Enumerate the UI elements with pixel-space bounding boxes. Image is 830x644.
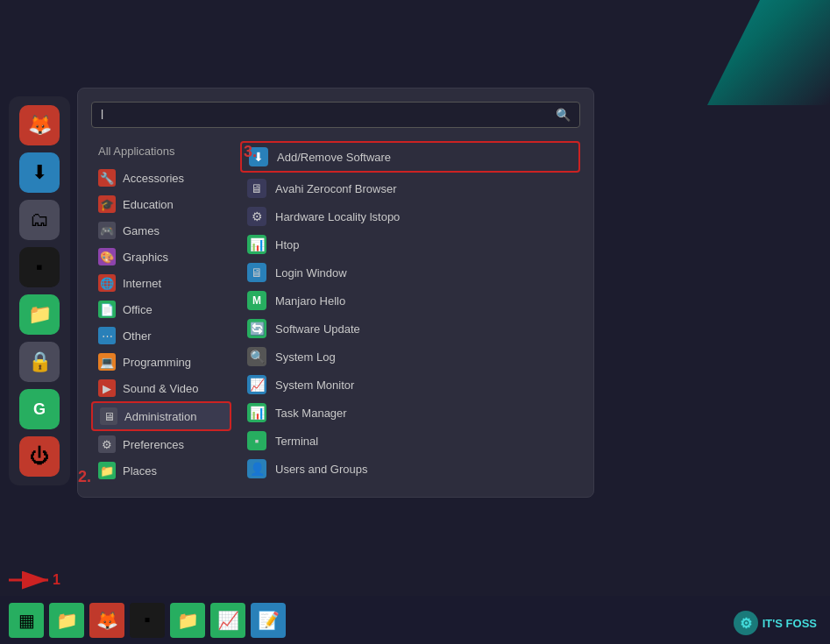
app-add-remove[interactable]: ⬇ Add/Remove Software [240,141,580,173]
dock-terminal-icon[interactable]: ▪ [19,247,60,287]
system-monitor-label: System Monitor [275,379,354,392]
app-manjaro-hello[interactable]: M Manjaro Hello [240,287,580,315]
category-games[interactable]: 🎮 Games [91,217,231,244]
brand-logo: ⚙ IT'S FOSS [734,611,817,635]
app-htop[interactable]: 📊 Htop [240,230,580,258]
users-groups-icon: 👤 [247,459,266,478]
system-log-icon: 🔍 [247,347,266,366]
dock-firefox-icon[interactable]: 🦊 [19,105,60,145]
taskbar-firefox-icon[interactable]: 🦊 [89,603,124,638]
games-icon: 🎮 [98,222,116,239]
category-internet[interactable]: 🌐 Internet [91,270,231,296]
app-login-window[interactable]: 🖥 Login Window [240,258,580,287]
category-graphics[interactable]: 🎨 Graphics [91,244,231,270]
system-log-label: System Log [275,350,336,364]
software-update-label: Software Update [275,322,360,336]
app-system-monitor[interactable]: 📈 System Monitor [240,371,580,399]
app-system-log[interactable]: 🔍 System Log [240,343,580,371]
app-software-update[interactable]: 🔄 Software Update [240,315,580,343]
administration-icon: 🖥 [100,407,117,425]
taskbar-folder-icon[interactable]: 📁 [170,603,205,638]
accessories-label: Accessories [123,172,184,185]
category-preferences[interactable]: ⚙ Preferences [91,431,231,457]
programming-icon: 💻 [98,353,116,371]
category-sound-video[interactable]: ▶ Sound & Video [91,375,231,401]
internet-label: Internet [123,277,161,290]
menu-columns: All Applications 🔧 Accessories 🎓 Educati… [91,141,580,484]
avahi-icon: 🖥 [247,179,266,198]
dock-power-icon[interactable]: ⏻ [19,436,60,477]
dock-lock-icon[interactable]: 🔒 [19,342,60,382]
dock-filemanager-icon[interactable]: 🗂 [19,200,60,240]
step1-label: 1 [53,572,60,588]
users-groups-label: Users and Groups [275,463,368,476]
step2-label: 2. [78,468,91,486]
brand-name: IT'S FOSS [763,617,817,630]
manjaro-hello-icon: M [247,291,266,310]
dock-grammarly-icon[interactable]: G [19,389,60,429]
hardware-icon: ⚙ [247,207,266,226]
htop-icon: 📊 [247,235,266,254]
sidebar-dock: 🦊 ⬇ 🗂 ▪ 📁 🔒 G ⏻ [9,96,70,485]
category-other[interactable]: ⋯ Other [91,322,231,349]
taskbar: ▦ 📁 🦊 ▪ 📁 📈 📝 [0,596,830,644]
app-hardware[interactable]: ⚙ Hardware Locality lstopo [240,202,580,230]
sound-video-icon: ▶ [98,379,116,397]
apps-column: ⬇ Add/Remove Software 🖥 Avahi Zeroconf B… [240,141,580,484]
app-avahi[interactable]: 🖥 Avahi Zeroconf Browser [240,174,580,202]
app-menu: 🔍 All Applications 🔧 Accessories 🎓 Educa… [77,88,594,498]
dock-download-icon[interactable]: ⬇ [19,152,60,193]
brand-gear-icon: ⚙ [734,611,758,635]
preferences-label: Preferences [123,438,184,451]
category-places[interactable]: 📁 Places [91,457,231,484]
taskbar-notes-icon[interactable]: 📝 [251,603,286,638]
step1-arrow [4,567,57,593]
manjaro-hello-label: Manjaro Hello [275,294,345,308]
search-input[interactable] [101,108,556,122]
category-accessories[interactable]: 🔧 Accessories [91,165,231,191]
taskbar-files-icon[interactable]: 📁 [49,603,84,638]
graphics-icon: 🎨 [98,248,116,265]
add-remove-label: Add/Remove Software [277,151,391,164]
sound-video-label: Sound & Video [123,382,199,395]
step1-annotation: 1 [4,567,60,593]
programming-label: Programming [123,356,191,369]
search-bar[interactable]: 🔍 [91,102,580,128]
hardware-label: Hardware Locality lstopo [275,210,400,223]
category-office[interactable]: 📄 Office [91,296,231,322]
dock-folder-icon[interactable]: 📁 [19,294,60,335]
taskbar-menu-icon[interactable]: ▦ [9,603,44,638]
preferences-icon: ⚙ [98,435,116,453]
administration-label: Administration [124,410,196,423]
app-terminal[interactable]: ▪ Terminal [240,427,580,455]
accessories-icon: 🔧 [98,169,116,187]
games-label: Games [123,224,160,237]
all-apps-link[interactable]: All Applications [91,141,231,161]
software-update-icon: 🔄 [247,319,266,338]
categories-column: All Applications 🔧 Accessories 🎓 Educati… [91,141,231,484]
system-monitor-icon: 📈 [247,375,266,394]
step3-label: 3. [244,143,257,161]
taskbar-terminal-icon[interactable]: ▪ [130,603,165,638]
places-icon: 📁 [98,462,116,479]
category-administration[interactable]: 🖥 Administration [91,401,231,431]
avahi-label: Avahi Zeroconf Browser [275,182,397,195]
category-programming[interactable]: 💻 Programming [91,349,231,375]
category-education[interactable]: 🎓 Education [91,191,231,217]
search-icon[interactable]: 🔍 [556,108,571,122]
app-users-groups[interactable]: 👤 Users and Groups [240,455,580,483]
login-window-icon: 🖥 [247,263,266,282]
terminal-icon: ▪ [247,431,266,450]
education-label: Education [123,198,174,211]
places-label: Places [123,464,157,478]
htop-label: Htop [275,238,299,251]
app-task-manager[interactable]: 📊 Task Manager [240,399,580,427]
graphics-label: Graphics [123,251,168,264]
taskbar-monitor-icon[interactable]: 📈 [210,603,245,638]
office-label: Office [123,303,153,316]
education-icon: 🎓 [98,195,116,213]
task-manager-label: Task Manager [275,407,347,420]
login-window-label: Login Window [275,266,347,280]
terminal-label: Terminal [275,435,318,448]
office-icon: 📄 [98,301,116,318]
